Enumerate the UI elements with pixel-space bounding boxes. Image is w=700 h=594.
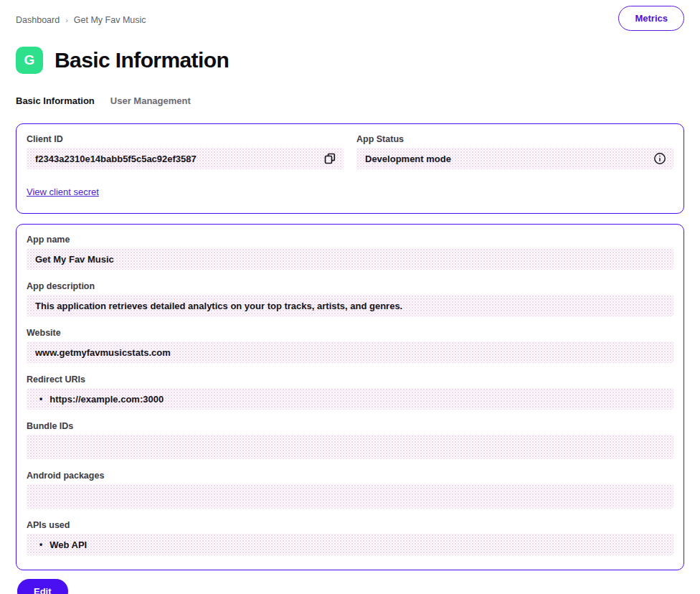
- view-client-secret-link[interactable]: View client secret: [27, 187, 99, 197]
- android-packages-group: Android packages: [27, 471, 673, 509]
- apis-used-group: APIs used • Web API: [27, 520, 673, 555]
- website-field: www.getmyfavmusicstats.com: [27, 341, 673, 363]
- android-packages-label: Android packages: [27, 471, 673, 481]
- app-status-label: App Status: [356, 134, 673, 144]
- app-description-value: This application retrieves detailed anal…: [35, 301, 402, 311]
- redirect-uris-group: Redirect URIs • https://example.com:3000: [27, 374, 673, 410]
- breadcrumb-dashboard[interactable]: Dashboard: [16, 15, 60, 25]
- app-name-group: App name Get My Fav Music: [27, 235, 673, 270]
- bullet-icon: •: [35, 395, 42, 403]
- redirect-uri-item: • https://example.com:3000: [35, 394, 164, 405]
- app-details-card: App name Get My Fav Music App descriptio…: [16, 224, 684, 570]
- website-value: www.getmyfavmusicstats.com: [35, 347, 171, 358]
- app-settings-page: Dashboard › Get My Fav Music Metrics G B…: [0, 0, 700, 594]
- app-description-field: This application retrieves detailed anal…: [27, 295, 673, 316]
- title-row: G Basic Information: [16, 47, 684, 74]
- tab-user-management-label: User Management: [110, 95, 191, 106]
- client-id-field: f2343a2310e14babb5f5c5ac92ef3587: [27, 148, 344, 169]
- bullet-icon: •: [35, 540, 42, 549]
- app-description-label: App description: [27, 281, 673, 291]
- breadcrumb-separator-icon: ›: [65, 16, 68, 24]
- app-description-group: App description This application retriev…: [27, 281, 673, 316]
- api-used-value: Web API: [49, 539, 87, 550]
- app-status-group: App Status Development mode: [356, 134, 673, 169]
- info-icon[interactable]: [653, 152, 666, 165]
- tab-basic-information-label: Basic Information: [16, 95, 95, 106]
- edit-button[interactable]: Edit: [17, 579, 68, 594]
- redirect-uris-label: Redirect URIs: [27, 374, 673, 385]
- app-name-label: App name: [27, 235, 673, 245]
- tab-bar: Basic Information User Management: [16, 95, 684, 106]
- apis-used-field: • Web API: [27, 534, 673, 555]
- apis-used-label: APIs used: [27, 520, 673, 530]
- website-label: Website: [27, 328, 673, 338]
- metrics-button[interactable]: Metrics: [618, 6, 684, 31]
- client-id-label: Client ID: [27, 134, 344, 144]
- redirect-uris-field: • https://example.com:3000: [27, 388, 673, 410]
- breadcrumb-app-name[interactable]: Get My Fav Music: [74, 15, 146, 25]
- breadcrumb: Dashboard › Get My Fav Music: [16, 13, 146, 25]
- tab-user-management[interactable]: User Management: [110, 95, 191, 106]
- app-avatar: G: [16, 47, 43, 74]
- app-status-field: Development mode: [356, 148, 673, 169]
- tab-basic-information[interactable]: Basic Information: [16, 95, 95, 106]
- app-name-value: Get My Fav Music: [35, 254, 114, 265]
- website-group: Website www.getmyfavmusicstats.com: [27, 328, 673, 363]
- android-packages-field: [27, 484, 673, 509]
- redirect-uri-value: https://example.com:3000: [49, 394, 164, 405]
- app-name-field: Get My Fav Music: [27, 248, 673, 270]
- bundle-ids-group: Bundle IDs: [27, 421, 673, 459]
- credentials-card: Client ID f2343a2310e14babb5f5c5ac92ef35…: [16, 123, 684, 214]
- client-id-group: Client ID f2343a2310e14babb5f5c5ac92ef35…: [27, 134, 344, 169]
- page-title: Basic Information: [55, 48, 229, 72]
- client-id-value: f2343a2310e14babb5f5c5ac92ef3587: [35, 154, 197, 164]
- top-bar: Dashboard › Get My Fav Music Metrics: [16, 0, 684, 31]
- copy-icon[interactable]: [323, 152, 336, 165]
- app-status-value: Development mode: [365, 154, 451, 164]
- bundle-ids-field: [27, 435, 673, 459]
- api-used-item: • Web API: [35, 539, 87, 550]
- bundle-ids-label: Bundle IDs: [27, 421, 673, 431]
